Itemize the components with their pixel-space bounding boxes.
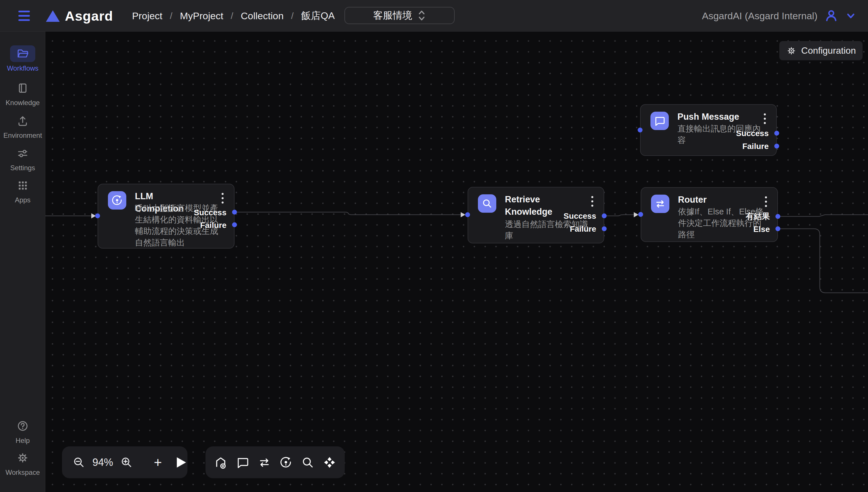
output-port-label-failure: Failure [200,221,226,230]
node-menu-button[interactable] [220,192,225,205]
sidebar-item-workflows[interactable]: Workflows [0,45,45,72]
sidebar-nav: Workflows Knowledge Environment [0,31,45,492]
workflow-node-router[interactable]: Router 依據If、Else If、Else條件決定工作流程執行的路徑 有結… [641,187,778,242]
sidebar-item-knowledge[interactable]: Knowledge [0,80,45,107]
gear-icon [786,45,797,56]
move-diamonds-icon [322,455,337,470]
output-port-label-else: Else [753,225,770,234]
breadcrumb-separator: / [291,10,294,21]
node-title: Router [678,194,707,206]
add-router-node-button[interactable] [257,456,271,469]
account-menu[interactable]: AsgardAI (Asgard Internal) [702,0,857,31]
push-message-icon [650,112,669,130]
updown-chevron-icon [417,9,426,22]
breadcrumb-myproject[interactable]: MyProject [180,10,223,22]
output-port-label-failure: Failure [570,224,596,233]
configuration-label: Configuration [801,45,855,56]
sidebar-item-label: Knowledge [6,99,40,107]
zoom-in-button[interactable] [120,456,133,469]
breadcrumb-collection[interactable]: Collection [241,10,283,22]
home-plus-icon [214,455,228,470]
add-node-button[interactable]: + [152,456,164,469]
workflow-node-push-message[interactable]: Push Message 直接輸出訊息的回應內容 Success Failure [640,104,777,156]
output-port-label-success: Success [564,212,596,221]
add-trigger-button[interactable] [214,455,228,470]
node-palette-toolbar [205,446,345,478]
book-icon [16,81,29,95]
workflow-canvas[interactable] [45,31,868,492]
zoom-toolbar: 94% + [62,446,188,478]
chat-bubble-icon [235,456,249,469]
add-llm-node-button[interactable] [279,456,293,469]
menu-icon[interactable] [18,9,31,22]
workflow-selector-value: 客服情境 [373,9,412,22]
help-icon [16,419,29,433]
sidebar-item-environment[interactable]: Environment [0,113,45,140]
apps-grid-icon [16,179,29,192]
workflow-node-llm-completion[interactable]: LLM Completion 呼叫大型語言模型並產生結構化的資料輸出以輔助流程的… [98,184,234,249]
llm-loop-icon [279,456,293,469]
output-port-label-success: Success [736,129,769,138]
node-menu-button[interactable] [763,112,767,125]
llm-completion-icon [108,191,126,210]
retrieve-knowledge-icon [478,194,496,213]
breadcrumb-current-page[interactable]: 飯店QA [301,9,335,22]
sidebar-item-label: Apps [15,196,31,204]
sidebar-item-apps[interactable]: Apps [0,177,45,204]
sidebar-item-label: Workspace [5,468,40,476]
play-icon [176,457,187,468]
zoom-in-icon [120,456,133,469]
sidebar-item-help[interactable]: Help [0,418,45,445]
chevron-down-icon [845,10,857,22]
sidebar-item-label: Workflows [7,64,39,72]
sidebar-item-label: Help [16,437,30,445]
breadcrumb-project[interactable]: Project [132,10,163,22]
workflow-selector-dropdown[interactable]: 客服情境 [344,7,455,24]
search-icon [301,456,315,469]
add-message-node-button[interactable] [235,456,249,469]
sidebar-item-settings[interactable]: Settings [0,145,45,172]
sidebar-item-label: Settings [10,164,35,172]
output-port-label-success: Success [194,208,226,217]
breadcrumb-separator: / [231,10,233,21]
app-title: Asgard [65,8,113,24]
fit-view-button[interactable] [322,455,337,470]
node-title: Push Message [677,110,739,123]
sidebar-item-label: Environment [3,131,42,140]
node-menu-button[interactable] [764,195,768,208]
node-menu-button[interactable] [590,195,594,208]
breadcrumb: Project / MyProject / Collection / 飯店QA [132,0,335,31]
gear-icon [16,451,30,465]
sidebar-item-workspace[interactable]: Workspace [0,449,45,476]
output-port-label-failure: Failure [742,142,769,151]
breadcrumb-separator: / [170,10,173,21]
zoom-out-icon [72,456,85,469]
zoom-level: 94% [90,457,116,468]
top-bar: Asgard Project / MyProject / Collection … [0,0,868,31]
zoom-out-button[interactable] [72,456,85,469]
run-workflow-button[interactable] [176,457,187,468]
folder-icon [16,47,29,60]
upload-icon [16,114,29,127]
output-port-label-result: 有結果 [746,211,770,222]
workflow-node-retrieve-knowledge[interactable]: Retrieve Knowledge 透過自然語言檢索知識庫 Success F… [468,187,604,243]
search-button[interactable] [301,456,315,469]
sliders-icon [16,147,29,160]
router-icon [651,195,669,213]
asgard-logo-icon [46,10,60,22]
account-label: AsgardAI (Asgard Internal) [702,10,817,22]
configuration-button[interactable]: Configuration [779,41,863,60]
swap-arrows-icon [257,456,271,469]
user-avatar-icon [824,8,839,23]
